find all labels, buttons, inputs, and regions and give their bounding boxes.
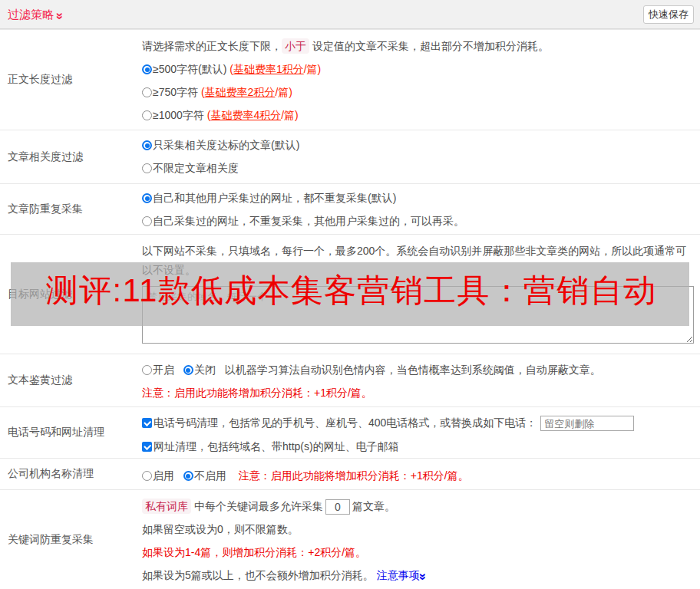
checkbox-url-clean-icon[interactable] bbox=[142, 442, 152, 452]
radio-750-icon[interactable] bbox=[142, 87, 152, 97]
length-option-500-text: ≥500字符(默认) bbox=[153, 63, 226, 75]
watermark-banner: 测评:11款低成本集客营销工具：营销自动 bbox=[11, 262, 689, 326]
keyword-limit-text: 中每个关键词最多允许采集 bbox=[194, 500, 323, 512]
row-label: 关键词防重复采集 bbox=[0, 490, 142, 589]
row-content-length-filter: 正文长度过滤 请选择需求的正文长度下限，小于 设定值的文章不采集，超出部分不增加… bbox=[0, 29, 700, 130]
row-content: 电话号码清理，包括常见的手机号、座机号、400电话格式，或替换成如下电话： 网址… bbox=[142, 407, 700, 458]
row-dedup-collect: 文章防重复采集 自己和其他用户采集过的网址，都不重复采集(默认) 自己采集过的网… bbox=[0, 183, 700, 234]
row-company-clean: 公司机构名称清理 启用 不启用 注意：启用此功能将增加积分消耗：+1积分/篇。 bbox=[0, 458, 700, 489]
checkbox-phone-clean-icon[interactable] bbox=[142, 418, 152, 428]
row-phone-url-clean: 电话号码和网址清理 电话号码清理，包括常见的手机号、座机号、400电话格式，或替… bbox=[0, 406, 700, 458]
length-intro-pre: 请选择需求的正文长度下限， bbox=[142, 40, 282, 52]
radio-relevance-any-icon[interactable] bbox=[142, 163, 152, 173]
length-option-500-fee: (基础费率1积分/篇) bbox=[229, 63, 321, 75]
row-label: 正文长度过滤 bbox=[0, 30, 142, 130]
porn-desc: 以机器学习算法自动识别色情内容，当色情概率达到系统阈值，自动屏蔽文章。 bbox=[225, 364, 601, 376]
filter-strategy-page: 过滤策略» 快速保存 正文长度过滤 请选择需求的正文长度下限，小于 设定值的文章… bbox=[0, 0, 700, 589]
keyword-limit-line: 私有词库 中每个关键词最多允许采集篇文章。 bbox=[142, 495, 694, 518]
row-label: 电话号码和网址清理 bbox=[0, 407, 142, 458]
row-label: 公司机构名称清理 bbox=[0, 459, 142, 489]
company-option-disable[interactable]: 不启用 bbox=[183, 469, 226, 482]
length-option-750-text: ≥750字符 bbox=[153, 86, 198, 98]
row-content: 启用 不启用 注意：启用此功能将增加积分消耗：+1积分/篇。 bbox=[142, 459, 700, 489]
section-header-bar: 过滤策略» 快速保存 bbox=[0, 0, 700, 29]
radio-company-enable-icon[interactable] bbox=[142, 471, 152, 481]
row-keyword-dedup: 关键词防重复采集 私有词库 中每个关键词最多允许采集篇文章。 如果留空或设为0，… bbox=[0, 489, 700, 589]
radio-porn-on-icon[interactable] bbox=[142, 365, 152, 375]
row-label: 文本鉴黄过滤 bbox=[0, 354, 142, 406]
section-title-text: 过滤策略 bbox=[8, 8, 54, 21]
radio-1000-icon[interactable] bbox=[142, 110, 152, 120]
private-thesaurus-link[interactable]: 私有词库 bbox=[142, 499, 191, 514]
row-relevance-filter: 文章相关度过滤 只采集相关度达标的文章(默认) 不限定文章相关度 bbox=[0, 130, 700, 183]
notice-link[interactable]: 注意事项» bbox=[377, 569, 426, 581]
notice-link-text: 注意事项 bbox=[377, 569, 420, 581]
chevron-down-icon: » bbox=[416, 573, 429, 579]
length-intro: 请选择需求的正文长度下限，小于 设定值的文章不采集，超出部分不增加积分消耗。 bbox=[142, 35, 694, 58]
radio-relevance-strict-icon[interactable] bbox=[142, 140, 152, 150]
dedup-option-self[interactable]: 自己采集过的网址，不重复采集，其他用户采集过的，可以再采。 bbox=[142, 209, 694, 232]
radio-porn-off-icon[interactable] bbox=[183, 365, 193, 375]
porn-options-line: 开启 关闭 以机器学习算法自动识别色情内容，当色情概率达到系统阈值，自动屏蔽文章… bbox=[142, 358, 694, 381]
length-intro-post: 设定值的文章不采集，超出部分不增加积分消耗。 bbox=[312, 40, 549, 52]
length-option-1000-text: ≥1000字符 bbox=[153, 109, 204, 121]
row-content: 只采集相关度达标的文章(默认) 不限定文章相关度 bbox=[142, 130, 700, 183]
quick-save-button[interactable]: 快速保存 bbox=[643, 5, 694, 24]
dedup-option-global[interactable]: 自己和其他用户采集过的网址，都不重复采集(默认) bbox=[142, 186, 694, 209]
section-title[interactable]: 过滤策略» bbox=[8, 0, 63, 28]
url-clean-option[interactable]: 网址清理，包括纯域名、带http(s)的网址、电子邮箱 bbox=[142, 435, 694, 458]
keyword-note-2: 如果设为1-4篇，则增加积分消耗：+2积分/篇。 bbox=[142, 541, 694, 564]
length-option-1000[interactable]: ≥1000字符 (基础费率4积分/篇) bbox=[142, 104, 694, 127]
keyword-note-3: 如果设为5篇或以上，也不会额外增加积分消耗。 注意事项» bbox=[142, 564, 694, 587]
length-option-750[interactable]: ≥750字符 (基础费率2积分/篇) bbox=[142, 81, 694, 104]
radio-500-icon[interactable] bbox=[142, 64, 152, 74]
row-label: 文章相关度过滤 bbox=[0, 130, 142, 183]
porn-warning: 注意：启用此功能将增加积分消耗：+1积分/篇。 bbox=[142, 381, 694, 404]
row-content: 开启 关闭 以机器学习算法自动识别色情内容，当色情概率达到系统阈值，自动屏蔽文章… bbox=[142, 354, 700, 406]
keyword-note-3-text: 如果设为5篇或以上，也不会额外增加积分消耗。 bbox=[142, 569, 374, 581]
watermark-text: 测评:11款低成本集客营销工具：营销自动 bbox=[11, 269, 656, 312]
company-warning: 注意：启用此功能将增加积分消耗：+1积分/篇。 bbox=[239, 469, 469, 482]
relevance-option-strict[interactable]: 只采集相关度达标的文章(默认) bbox=[142, 133, 694, 156]
keyword-note-1: 如果留空或设为0，则不限篇数。 bbox=[142, 518, 694, 541]
row-label: 文章防重复采集 bbox=[0, 184, 142, 234]
keyword-limit-suffix: 篇文章。 bbox=[352, 500, 395, 512]
radio-dedup-global-icon[interactable] bbox=[142, 193, 152, 203]
chevron-down-icon: » bbox=[54, 12, 67, 18]
row-porn-filter: 文本鉴黄过滤 开启 关闭 以机器学习算法自动识别色情内容，当色情概率达到系统阈值… bbox=[0, 354, 700, 406]
keyword-limit-input[interactable] bbox=[325, 499, 350, 515]
length-option-1000-fee: (基础费率4积分/篇) bbox=[207, 109, 299, 121]
row-content: 请选择需求的正文长度下限，小于 设定值的文章不采集，超出部分不增加积分消耗。 ≥… bbox=[142, 30, 700, 130]
phone-replace-input[interactable] bbox=[540, 416, 634, 431]
company-options-line: 启用 不启用 注意：启用此功能将增加积分消耗：+1积分/篇。 bbox=[142, 464, 694, 487]
phone-clean-option[interactable]: 电话号码清理，包括常见的手机号、座机号、400电话格式，或替换成如下电话： bbox=[142, 410, 694, 435]
length-intro-highlight: 小于 bbox=[282, 38, 309, 54]
porn-option-off[interactable]: 关闭 bbox=[183, 364, 216, 376]
radio-dedup-self-icon[interactable] bbox=[142, 216, 152, 226]
length-option-500[interactable]: ≥500字符(默认) (基础费率1积分/篇) bbox=[142, 58, 694, 81]
row-content: 私有词库 中每个关键词最多允许采集篇文章。 如果留空或设为0，则不限篇数。 如果… bbox=[142, 490, 700, 589]
relevance-option-any[interactable]: 不限定文章相关度 bbox=[142, 156, 694, 179]
row-content: 自己和其他用户采集过的网址，都不重复采集(默认) 自己采集过的网址，不重复采集，… bbox=[142, 184, 700, 234]
radio-company-disable-icon[interactable] bbox=[183, 471, 193, 481]
porn-option-on[interactable]: 开启 bbox=[142, 364, 174, 376]
length-option-750-fee: (基础费率2积分/篇) bbox=[201, 86, 292, 98]
company-option-enable[interactable]: 启用 bbox=[142, 469, 174, 482]
